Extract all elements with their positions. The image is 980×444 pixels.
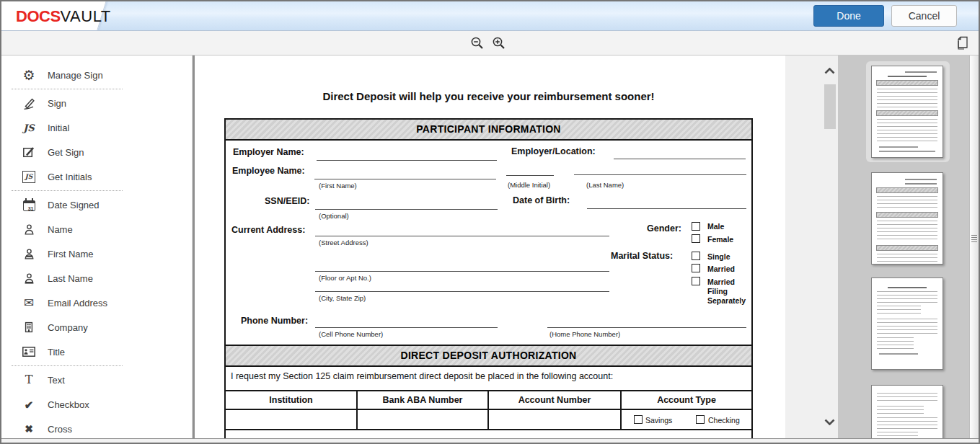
sidebar-item-label: Sign <box>48 98 66 109</box>
logo-docs-text: DOCS <box>16 7 61 25</box>
sidebar-item-label: Title <box>48 347 65 358</box>
single-option-label: Single <box>707 252 730 261</box>
floor-line <box>315 271 609 272</box>
toolbar <box>1 31 979 56</box>
sidebar-item-company[interactable]: Company <box>1 315 192 339</box>
sidebar-item-title[interactable]: Title <box>1 339 192 364</box>
male-option-label: Male <box>707 222 724 231</box>
sidebar-item-get-initials[interactable]: JS Get Initials <box>1 164 192 189</box>
aba-cell <box>358 410 489 429</box>
optional-hint: (Optional) <box>319 212 349 220</box>
ssn-line <box>315 209 498 210</box>
employer-name-label: Employer Name: <box>233 147 304 157</box>
sidebar-item-name[interactable]: Name <box>1 217 192 241</box>
sidebar-item-get-sign[interactable]: Get Sign <box>1 140 192 164</box>
pen-icon <box>21 97 37 110</box>
document-page[interactable]: Direct Deposit will help you receive you… <box>195 56 785 438</box>
dob-line <box>587 208 746 209</box>
get-initials-icon: JS <box>21 171 37 183</box>
page-thumbnail-1[interactable] <box>871 66 943 158</box>
middle-initial-line <box>506 175 554 176</box>
building-icon <box>21 321 37 333</box>
sidebar-item-label: Name <box>48 224 73 235</box>
street-line <box>315 236 609 236</box>
sidebar-item-checkbox[interactable]: ✔ Checkbox <box>1 392 192 417</box>
sidebar-item-first-name[interactable]: First Name <box>1 241 192 266</box>
first-name-line <box>314 179 496 179</box>
sidebar-item-cross[interactable]: ✖ Cross <box>1 417 192 441</box>
participant-section-header: PARTICIPANT INFORMATION <box>224 118 753 141</box>
cell-phone-hint: (Cell Phone Number) <box>319 330 383 338</box>
male-checkbox <box>692 222 700 231</box>
splitter-grip-icon <box>971 234 977 244</box>
sidebar-item-label: Cross <box>48 424 72 435</box>
savings-checkbox <box>634 415 643 424</box>
voided-check-note: You must provide a voided check if you a… <box>231 438 671 438</box>
scroll-up-icon[interactable] <box>824 64 835 77</box>
deposit-section-header: DIRECT DEPOSIT AUTHORIZATION <box>224 345 753 367</box>
street-hint: (Street Address) <box>319 239 368 247</box>
city-hint: (City, State Zip) <box>319 294 366 302</box>
field-tools-sidebar: ⚙ Manage Sign Sign JS Initial Get Sign <box>1 56 192 438</box>
sidebar-item-label: Get Initials <box>48 172 92 182</box>
page-thumbnail-3[interactable] <box>871 278 943 370</box>
main-body: ⚙ Manage Sign Sign JS Initial Get Sign <box>1 56 979 438</box>
envelope-icon: ✉ <box>21 297 37 309</box>
check-icon: ✔ <box>21 399 37 410</box>
first-name-hint: (First Name) <box>319 182 357 190</box>
dob-label: Date of Birth: <box>513 195 570 205</box>
last-name-line <box>574 174 746 175</box>
cell-phone-line <box>315 327 498 328</box>
zoom-in-icon[interactable] <box>492 36 506 50</box>
column-header-account-number: Account Number <box>489 391 622 410</box>
get-sign-icon <box>21 146 37 159</box>
single-checkbox <box>692 252 700 260</box>
column-header-institution: Institution <box>226 391 358 410</box>
married-filing-checkbox <box>692 277 700 285</box>
last-name-hint: (Last Name) <box>586 181 624 189</box>
sidebar-item-initial[interactable]: JS Initial <box>1 115 192 140</box>
sidebar-item-date-signed[interactable]: 31 Date Signed <box>1 192 192 217</box>
panel-splitter[interactable] <box>969 56 979 438</box>
page-thumbnail-2[interactable] <box>871 172 943 265</box>
scroll-down-icon[interactable] <box>824 415 835 428</box>
cancel-button[interactable]: Cancel <box>891 5 957 27</box>
employer-location-line <box>614 159 746 159</box>
initials-icon: JS <box>21 123 37 133</box>
middle-initial-hint: (Middle Initial) <box>508 181 550 189</box>
sidebar-divider <box>12 365 123 366</box>
sidebar-item-email-address[interactable]: ✉ Email Address <box>1 290 192 315</box>
sidebar-divider <box>12 89 123 89</box>
married-checkbox <box>692 264 700 272</box>
done-button[interactable]: Done <box>813 5 884 27</box>
sidebar-item-label: First Name <box>48 249 94 259</box>
female-checkbox <box>692 234 700 243</box>
sidebar-item-label: Company <box>48 322 88 333</box>
employee-name-label: Employee Name: <box>232 166 305 176</box>
sidebar-item-label: Text <box>48 375 65 386</box>
gear-icon: ⚙ <box>21 68 37 82</box>
savings-label: Savings <box>645 416 672 425</box>
employer-name-line <box>317 160 497 161</box>
docsvault-window: DOCSVAULT Done Cancel ⚙ Manage Sign <box>0 0 980 444</box>
sidebar-item-sign[interactable]: Sign <box>1 91 192 115</box>
marital-status-label: Marital Status: <box>611 251 673 261</box>
sidebar-item-manage-sign[interactable]: ⚙ Manage Sign <box>1 63 192 87</box>
page-thumbnail-4[interactable] <box>871 385 943 438</box>
copy-page-icon[interactable] <box>955 35 969 53</box>
checking-checkbox <box>696 415 705 424</box>
sidebar-item-last-name[interactable]: Last Name <box>1 266 192 290</box>
voided-check-note-row: You must provide a voided check if you a… <box>226 429 751 438</box>
vertical-scrollbar-thumb[interactable] <box>824 84 836 129</box>
document-viewer: Direct Deposit will help you receive you… <box>195 56 838 438</box>
zoom-out-icon[interactable] <box>470 36 484 50</box>
sidebar-item-text[interactable]: T Text <box>1 368 192 392</box>
participant-section-body: Employer Name: Employer/Location: Employ… <box>224 141 753 345</box>
person-last-icon <box>21 272 37 285</box>
home-phone-hint: (Home Phone Number) <box>549 330 620 338</box>
employer-location-label: Employer/Location: <box>511 146 596 156</box>
document-banner: Direct Deposit will help you receive you… <box>224 90 753 102</box>
calendar-icon: 31 <box>21 198 37 211</box>
gender-label: Gender: <box>647 223 681 234</box>
text-icon: T <box>21 374 37 386</box>
